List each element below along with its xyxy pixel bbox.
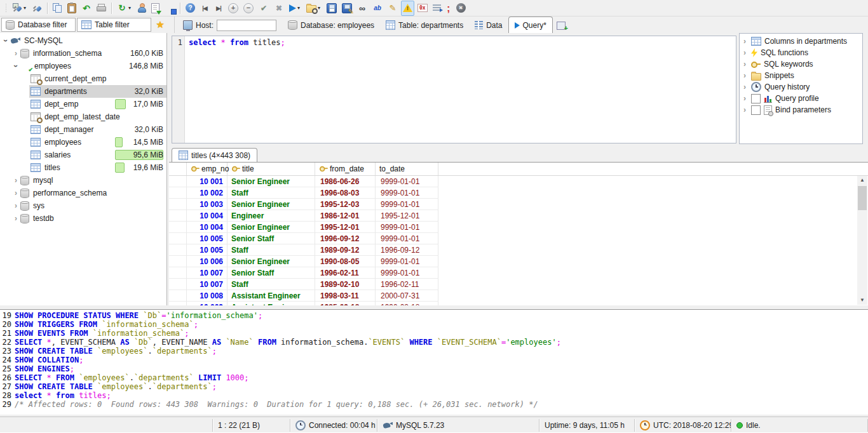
tree-item-dept_emp[interactable]: ›dept_emp17,0 MiB	[0, 98, 166, 110]
cell-emp_no[interactable]: 10 005	[187, 233, 227, 244]
tree-item-dept_emp_latest_date[interactable]: ›dept_emp_latest_date	[0, 110, 166, 123]
tree-item-sys[interactable]: ›sys	[0, 199, 166, 212]
cell-emp_no[interactable]: 10 007	[187, 267, 227, 279]
cell-from_date[interactable]: 1990-08-05	[315, 256, 376, 267]
cell-from_date[interactable]: 1996-08-03	[315, 187, 376, 199]
column-header-from_date[interactable]: from_date	[315, 163, 376, 175]
execute-sql-button[interactable]: ▾	[287, 1, 303, 15]
copy-button[interactable]	[51, 1, 64, 15]
cancel-editing-button[interactable]: ✖	[272, 1, 286, 15]
paste-button[interactable]	[65, 1, 78, 15]
helper-item-query-profile[interactable]: ›Query profile	[740, 93, 862, 104]
table-filter-input[interactable]: Table filter	[77, 18, 151, 32]
tree-item-testdb[interactable]: ›testdb	[0, 212, 166, 225]
cell-emp_no[interactable]: 10 004	[187, 222, 227, 233]
cell-to_date[interactable]: 9999-01-01	[376, 267, 438, 279]
cell-to_date[interactable]: 1995-12-01	[376, 210, 438, 222]
row-marker-cell[interactable]	[169, 256, 187, 267]
row-marker-cell[interactable]	[169, 199, 187, 210]
cell-to_date[interactable]: 9999-01-01	[376, 187, 438, 199]
highlight-syntax-button[interactable]	[401, 1, 414, 16]
replace-text-button[interactable]: ab	[370, 1, 384, 15]
tab-host[interactable]: Host:	[177, 17, 282, 33]
cell-emp_no[interactable]: 10 001	[187, 176, 227, 187]
post-changes-button[interactable]: ✔	[257, 1, 271, 15]
query-delimiter-button[interactable]: ;	[444, 1, 453, 15]
tree-item-employees[interactable]: ›employees146,8 MiB	[0, 60, 166, 72]
cell-from_date[interactable]: 1996-02-11	[315, 267, 376, 279]
cell-title[interactable]: Staff	[227, 187, 315, 199]
cell-title[interactable]: Senior Staff	[227, 267, 315, 279]
helper-item-columns-in-departments[interactable]: ›Columns in departments	[740, 36, 862, 47]
row-marker-cell[interactable]	[169, 244, 187, 256]
scrollbar-thumb[interactable]	[858, 186, 867, 210]
tree-item-current_dept_emp[interactable]: ›current_dept_emp	[0, 72, 166, 85]
insert-record-button[interactable]: +	[226, 1, 240, 15]
cell-to_date[interactable]: 1996-09-12	[376, 244, 438, 256]
cell-emp_no[interactable]: 10 002	[187, 187, 227, 199]
tree-item-performance_schema[interactable]: ›performance_schema	[0, 187, 166, 199]
cell-emp_no[interactable]: 10 003	[187, 199, 227, 210]
column-header-title[interactable]: title	[227, 163, 315, 175]
cell-title[interactable]: Staff	[227, 279, 315, 290]
cell-emp_no[interactable]: 10 007	[187, 279, 227, 290]
delete-record-button[interactable]: −	[241, 1, 255, 15]
row-marker-cell[interactable]	[169, 222, 187, 233]
tree-item-SC-MySQL[interactable]: ›SC-MySQL	[0, 34, 166, 47]
cell-emp_no[interactable]: 10 005	[187, 244, 227, 256]
favorites-star-icon[interactable]: ★	[155, 20, 165, 30]
helper-item-sql-keywords[interactable]: ›SQL keywords	[740, 58, 862, 70]
helper-item-sql-functions[interactable]: ›SQL functions	[740, 47, 862, 58]
helper-item-query-history[interactable]: ›Query history	[740, 81, 862, 93]
cell-from_date[interactable]: 1989-09-12	[315, 244, 376, 256]
view-binary-as-hex-button[interactable]: 0x	[416, 1, 430, 15]
user-manager-button[interactable]	[135, 1, 148, 15]
stop-query-button[interactable]	[454, 1, 468, 15]
cell-title[interactable]: Engineer	[227, 210, 315, 222]
cell-title[interactable]: Senior Engineer	[227, 199, 315, 210]
cell-from_date[interactable]: 1995-12-03	[315, 199, 376, 210]
cell-title[interactable]: Staff	[227, 244, 315, 256]
cell-to_date[interactable]: 9999-01-01	[376, 256, 438, 267]
row-marker-cell[interactable]	[169, 267, 187, 279]
save-sql-button[interactable]	[325, 1, 339, 15]
cell-to_date[interactable]: 9999-01-01	[376, 199, 438, 210]
result-grid-vertical-scrollbar[interactable]: ▲ ▼	[857, 176, 867, 305]
sql-editor[interactable]: 1 select * from titles;	[172, 36, 736, 143]
cell-from_date[interactable]: 1989-02-10	[315, 279, 376, 290]
cell-emp_no[interactable]: 10 004	[187, 210, 227, 222]
tab-table[interactable]: Table: departments	[380, 17, 469, 33]
cell-to_date[interactable]: 9999-01-01	[376, 233, 438, 244]
database-filter-input[interactable]: Database filter	[1, 18, 76, 32]
helper-item-snippets[interactable]: ›Snippets	[740, 70, 862, 81]
row-marker-cell[interactable]	[169, 290, 187, 302]
tree-item-departments[interactable]: ›departments32,0 KiB	[0, 85, 166, 98]
cell-from_date[interactable]: 1995-12-01	[315, 222, 376, 233]
first-record-button[interactable]: |◀	[198, 1, 211, 15]
host-input[interactable]	[217, 20, 276, 31]
cell-title[interactable]: Assistant Engineer	[227, 290, 315, 302]
export-database-sql-button[interactable]	[149, 1, 161, 15]
cell-title[interactable]: Senior Engineer	[227, 256, 315, 267]
cell-to_date[interactable]: 9999-01-01	[376, 222, 438, 233]
cell-emp_no[interactable]: 10 006	[187, 256, 227, 267]
cell-to_date[interactable]: 2000-07-31	[376, 290, 438, 302]
tab-data[interactable]: Data	[469, 17, 508, 33]
tree-item-salaries[interactable]: ›salaries95,6 MiB	[0, 149, 166, 161]
row-marker-cell[interactable]	[169, 233, 187, 244]
scroll-up-arrow-icon[interactable]: ▲	[857, 176, 867, 185]
result-tab-titles[interactable]: titles (4×443 308)	[172, 148, 257, 162]
save-sql-as-button[interactable]	[340, 1, 354, 15]
print-button[interactable]	[95, 1, 108, 15]
cell-from_date[interactable]: 1998-03-11	[315, 290, 376, 302]
cell-to_date[interactable]: 9999-01-01	[376, 176, 438, 187]
tab-database[interactable]: Database: employees	[282, 17, 380, 33]
tab-query[interactable]: Query*	[508, 17, 553, 33]
cell-title[interactable]: Senior Engineer	[227, 222, 315, 233]
cell-emp_no[interactable]: 10 008	[187, 290, 227, 302]
tree-item-information_schema[interactable]: ›information_schema160,0 KiB	[0, 47, 166, 60]
connect-button[interactable]: ▾	[11, 1, 29, 15]
cell-to_date[interactable]: 1996-02-11	[376, 279, 438, 290]
load-sql-file-button[interactable]: ▾	[304, 1, 323, 15]
tree-item-employees[interactable]: ›employees14,5 MiB	[0, 136, 166, 149]
